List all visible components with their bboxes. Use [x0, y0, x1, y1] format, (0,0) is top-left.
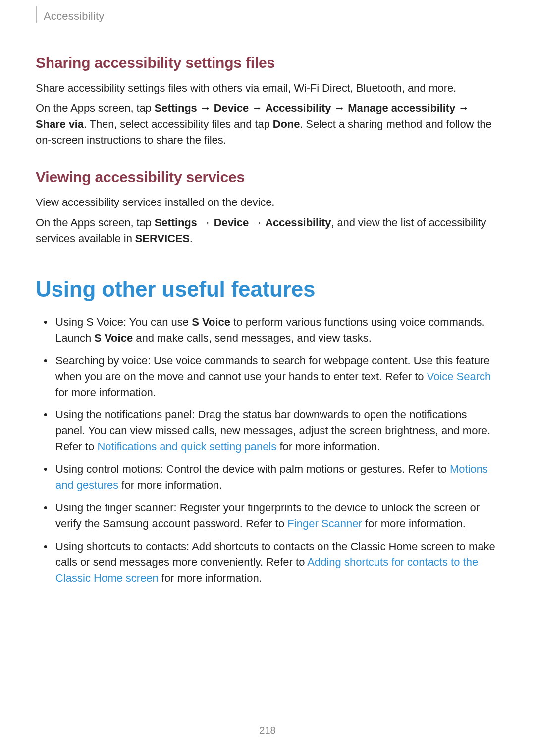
arrow-icon: → [197, 216, 214, 229]
list-item: Using shortcuts to contacts: Add shortcu… [36, 539, 499, 586]
ui-path-segment: Manage accessibility [348, 102, 455, 114]
ui-path-segment: Device [214, 102, 249, 114]
arrow-icon: → [249, 102, 265, 114]
body-text: On the Apps screen, tap Settings → Devic… [36, 215, 499, 247]
feature-list: Using S Voice: You can use S Voice to pe… [36, 314, 499, 586]
list-item: Using control motions: Control the devic… [36, 461, 499, 493]
text: Using S Voice: You can use [55, 316, 192, 328]
cross-reference-link[interactable]: Finger Scanner [287, 517, 362, 530]
section-heading-viewing: Viewing accessibility services [36, 168, 499, 187]
ui-path-segment: Done [273, 118, 300, 130]
text: for more information. [276, 440, 380, 453]
arrow-icon: → [331, 102, 348, 114]
ui-path-segment: Settings [155, 216, 197, 229]
text: for more information. [362, 517, 466, 530]
list-item: Searching by voice: Use voice commands t… [36, 353, 499, 401]
text: and make calls, send messages, and view … [133, 332, 372, 344]
chapter-heading: Using other useful features [36, 276, 499, 302]
ui-path-segment: Device [214, 216, 249, 229]
list-item: Using the notifications panel: Drag the … [36, 407, 499, 454]
header-divider [36, 6, 37, 23]
text: for more information. [118, 479, 222, 491]
text: On the Apps screen, tap [36, 102, 155, 114]
text: for more information. [159, 572, 262, 584]
text: . [190, 232, 193, 245]
text: Searching by voice: Use voice commands t… [55, 354, 490, 383]
header-label: Accessibility [44, 10, 104, 23]
ui-path-segment: SERVICES [135, 232, 190, 245]
cross-reference-link[interactable]: Voice Search [427, 370, 491, 383]
list-item: Using the finger scanner: Register your … [36, 500, 499, 532]
section-heading-sharing: Sharing accessibility settings files [36, 53, 499, 72]
body-text: On the Apps screen, tap Settings → Devic… [36, 101, 499, 148]
cross-reference-link[interactable]: Notifications and quick setting panels [97, 440, 276, 453]
ui-path-segment: Accessibility [265, 216, 331, 229]
text: Using control motions: Control the devic… [55, 463, 450, 475]
body-text: View accessibility services installed on… [36, 195, 499, 210]
text: On the Apps screen, tap [36, 216, 155, 229]
ui-path-segment: Share via [36, 118, 84, 130]
arrow-icon: → [455, 102, 469, 114]
body-text: Share accessibility settings files with … [36, 80, 499, 96]
arrow-icon: → [197, 102, 214, 114]
arrow-icon: → [249, 216, 265, 229]
text: . Then, select accessibility files and t… [84, 118, 273, 130]
page: Accessibility Sharing accessibility sett… [0, 0, 535, 756]
feature-name: S Voice [192, 316, 230, 328]
ui-path-segment: Settings [155, 102, 197, 114]
list-item: Using S Voice: You can use S Voice to pe… [36, 314, 499, 346]
ui-path-segment: Accessibility [265, 102, 331, 114]
content-area: Sharing accessibility settings files Sha… [36, 53, 499, 593]
text: for more information. [55, 386, 156, 399]
page-number: 218 [0, 725, 535, 736]
running-header: Accessibility [36, 0, 104, 24]
feature-name: S Voice [94, 332, 133, 344]
